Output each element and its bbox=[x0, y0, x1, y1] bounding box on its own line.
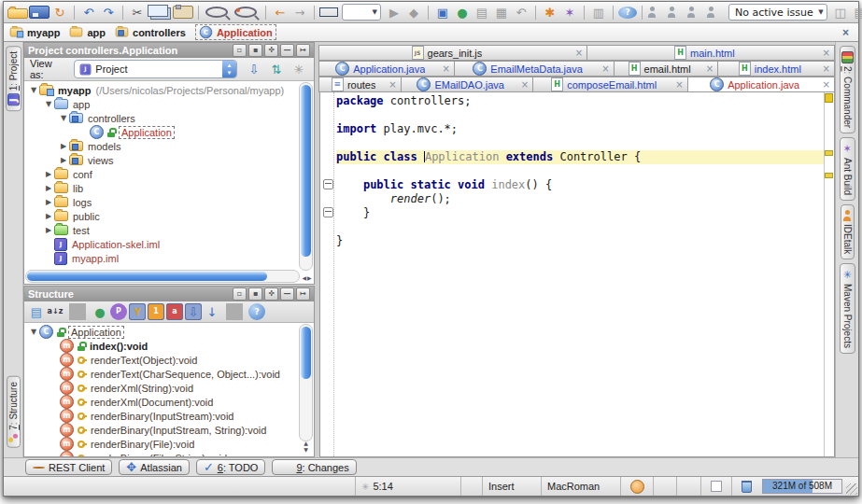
expand-arrow-icon[interactable]: ▶ bbox=[43, 170, 54, 178]
tree-item[interactable]: ▶ models bbox=[24, 139, 314, 153]
tree-item[interactable]: ▶ views bbox=[24, 153, 314, 167]
gc-cell[interactable] bbox=[731, 477, 760, 496]
collapse-all-icon[interactable]: ⇅ bbox=[267, 60, 286, 78]
editor-tab[interactable]: gears_init.js × bbox=[318, 45, 587, 61]
tab-close-icon[interactable]: × bbox=[823, 79, 830, 90]
scrollbar-arrows[interactable]: ◀ ▶ bbox=[301, 272, 313, 283]
readonly-checkbox[interactable] bbox=[711, 481, 722, 492]
editor-tab[interactable]: EMailDAO.java × bbox=[401, 77, 533, 92]
editor-tab[interactable]: Application.java × bbox=[318, 61, 455, 77]
make-module-icon[interactable]: ▤ bbox=[473, 3, 491, 21]
error-stripe[interactable] bbox=[824, 92, 834, 456]
expand-arrow-icon[interactable]: ▶ bbox=[58, 142, 69, 150]
tool-button-structure[interactable]: 7: Structure bbox=[7, 376, 21, 448]
copy-icon[interactable] bbox=[148, 5, 168, 17]
error-stripe-mark[interactable] bbox=[825, 150, 833, 156]
scroll-up-icon[interactable]: ▲ bbox=[304, 440, 308, 446]
expand-arrow-icon[interactable]: ▼ bbox=[43, 100, 54, 108]
expand-arrow-icon[interactable]: ▶ bbox=[43, 184, 54, 192]
show-non-public-icon[interactable]: 1 bbox=[148, 303, 164, 320]
project-horizontal-scrollbar[interactable] bbox=[25, 270, 300, 283]
tab-close-icon[interactable]: × bbox=[575, 48, 583, 58]
open-icon[interactable] bbox=[7, 8, 28, 19]
encoding-cell[interactable]: MacRoman bbox=[541, 477, 620, 496]
undo-icon[interactable]: ↶ bbox=[79, 3, 98, 21]
redo-icon[interactable]: ↷ bbox=[99, 3, 118, 21]
structure-vertical-scrollbar[interactable]: ▲ ▼ bbox=[299, 324, 313, 441]
code-editor[interactable]: package controllers; import play.mvc.*; … bbox=[319, 92, 835, 457]
project-vertical-scrollbar[interactable] bbox=[299, 82, 313, 271]
breadcrumb-myapp[interactable]: myapp bbox=[9, 27, 60, 38]
documentation-icon[interactable]: ▥ bbox=[589, 3, 608, 21]
run-configurations-combo[interactable] bbox=[342, 4, 381, 21]
breadcrumb-controllers[interactable]: controllers bbox=[115, 27, 186, 38]
structure-item[interactable]: renderBinary(File, String):void bbox=[24, 451, 314, 456]
expand-arrow-icon[interactable]: ▼ bbox=[58, 114, 69, 122]
build-project-icon[interactable]: ● bbox=[453, 3, 472, 21]
scrollbar-thumb[interactable] bbox=[27, 272, 267, 281]
dock-button[interactable]: ▪ bbox=[248, 287, 262, 301]
paste-icon[interactable] bbox=[173, 6, 193, 19]
tree-item[interactable]: Application-skel.iml bbox=[24, 237, 314, 251]
float-button[interactable]: ▫ bbox=[233, 44, 247, 57]
find-usages-icon[interactable] bbox=[234, 7, 257, 18]
tool-button-atlassian[interactable]: ✥ Atlassian bbox=[119, 459, 190, 475]
dock-button[interactable]: ▪ bbox=[248, 44, 262, 57]
structure-item[interactable]: renderXml(Document):void bbox=[24, 395, 314, 409]
tool-button-rest-client[interactable]: REST Client bbox=[25, 459, 112, 475]
help-icon[interactable]: ? bbox=[248, 303, 265, 320]
find-icon[interactable] bbox=[205, 7, 228, 18]
tool-button-maven-projects[interactable]: ✳ Maven Projects bbox=[840, 263, 855, 354]
structure-item[interactable]: renderBinary(InputStream, String):void bbox=[24, 423, 314, 437]
editor-tab[interactable]: EmailMetaData.java × bbox=[454, 61, 615, 77]
help-icon[interactable]: ? bbox=[618, 7, 637, 19]
show-inherited-icon[interactable]: Y bbox=[129, 303, 146, 320]
project-panel-header[interactable]: Project controllers.Application ▫ ▪ ✜ — … bbox=[24, 43, 314, 58]
editor-tab[interactable]: main.html × bbox=[586, 45, 835, 61]
expand-arrow-icon[interactable]: ▶ bbox=[58, 156, 69, 164]
tree-item[interactable]: ▶ lib bbox=[24, 181, 314, 195]
resize-grip[interactable] bbox=[846, 483, 857, 495]
active-issue-combo[interactable]: No active issue bbox=[728, 4, 827, 21]
run-configurations-icon[interactable] bbox=[319, 7, 338, 17]
expand-arrow-icon[interactable]: ▼ bbox=[28, 86, 39, 94]
tab-close-icon[interactable]: × bbox=[675, 79, 683, 90]
idetalk-user-icon[interactable] bbox=[647, 7, 666, 18]
view-as-combo[interactable]: Project ▲ ▼ bbox=[74, 60, 237, 78]
debug-icon[interactable]: ◆ bbox=[404, 3, 423, 21]
show-anonymous-classes-icon[interactable]: a bbox=[166, 303, 183, 320]
insert-mode-cell[interactable]: Insert bbox=[482, 477, 541, 496]
fold-marker-icon[interactable] bbox=[323, 207, 333, 217]
fold-marker-icon[interactable] bbox=[323, 179, 333, 189]
structure-item[interactable]: renderText(Object):void bbox=[24, 353, 314, 367]
editor-tab[interactable]: index.html × bbox=[717, 61, 835, 77]
settings-icon[interactable]: ✱ bbox=[541, 3, 559, 21]
tab-close-icon[interactable]: × bbox=[601, 63, 609, 74]
save-all-icon[interactable] bbox=[29, 6, 49, 19]
forward-icon[interactable]: → bbox=[290, 3, 309, 21]
scrollbar-thumb[interactable] bbox=[301, 327, 311, 379]
expand-arrow-icon[interactable]: ▼ bbox=[28, 328, 39, 336]
structure-panel-header[interactable]: Structure ▫ ▪ ✜ — ↦ bbox=[24, 287, 314, 301]
project-structure-icon[interactable]: ▣ bbox=[433, 3, 452, 21]
error-stripe-mark[interactable] bbox=[825, 173, 833, 178]
scroll-down-icon[interactable]: ▼ bbox=[304, 446, 308, 453]
minimize-button[interactable]: — bbox=[280, 44, 294, 57]
tree-item[interactable]: Application bbox=[24, 125, 314, 139]
tool-button-todo[interactable]: ✓ 6: TODO bbox=[196, 459, 266, 475]
scroll-right-icon[interactable]: ▶ bbox=[307, 274, 312, 281]
scroll-from-source-icon[interactable]: ⇩ bbox=[245, 60, 263, 78]
tool-button-idetalk[interactable]: IDEtalk bbox=[841, 204, 855, 259]
minimize-button[interactable]: — bbox=[280, 287, 294, 301]
tool-button-ant-build[interactable]: ✶ Ant Build bbox=[840, 137, 855, 201]
structure-item[interactable]: renderBinary(File):void bbox=[24, 437, 314, 451]
pin-button[interactable]: ✜ bbox=[264, 287, 278, 301]
plugins-icon[interactable]: ✶ bbox=[560, 3, 579, 21]
memory-indicator[interactable]: 321M of 508M bbox=[760, 477, 844, 496]
tree-item[interactable]: myapp.iml bbox=[24, 251, 314, 265]
tree-item[interactable]: ▼ myapp (/Users/nicolas/Projects/Persona… bbox=[24, 83, 314, 97]
cut-icon[interactable]: ✂ bbox=[128, 3, 147, 21]
expand-arrow-icon[interactable]: ▶ bbox=[43, 212, 54, 220]
hide-button[interactable]: ↦ bbox=[296, 44, 310, 57]
structure-item[interactable]: renderXml(String):void bbox=[24, 381, 314, 395]
